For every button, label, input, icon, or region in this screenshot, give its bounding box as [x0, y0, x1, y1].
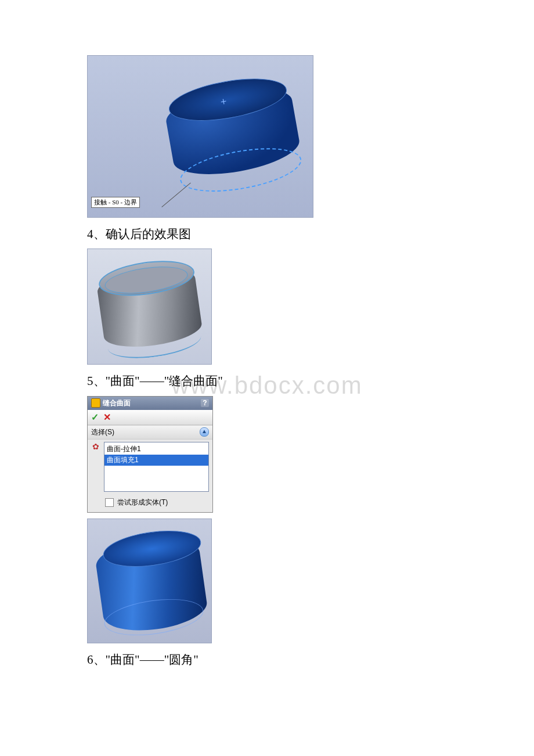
- selection-section-body: ✿ 曲面-拉伸1 曲面填充1 尝试形成实体(T): [88, 440, 212, 512]
- panel-title: 缝合曲面: [103, 398, 131, 408]
- try-solid-label: 尝试形成实体(T): [117, 498, 168, 507]
- fig1-tooltip-label: 接触 - S0 - 边界: [91, 197, 140, 208]
- step-6-text: 6、"曲面"——"圆角": [87, 651, 447, 668]
- collapse-button[interactable]: ▲: [200, 427, 209, 437]
- try-solid-checkbox[interactable]: [105, 498, 114, 507]
- step-4-text: 4、确认后的效果图: [87, 226, 447, 243]
- figure-cylinder-gray: [87, 249, 212, 365]
- knit-surface-panel: 缝合曲面 ? ✓ ✕ 选择(S) ▲ ✿ 曲面-拉伸1 曲面填充1 尝试形成实体…: [87, 396, 213, 513]
- selection-row: ✿ 曲面-拉伸1 曲面填充1: [91, 442, 209, 492]
- help-button[interactable]: ?: [201, 399, 209, 407]
- panel-confirm-row: ✓ ✕: [88, 410, 212, 425]
- figure-knit-result: [87, 519, 212, 643]
- selection-label: 选择(S): [91, 427, 114, 437]
- document-page: + 接触 - S0 - 边界 4、确认后的效果图 5、"曲面"——"缝合曲面" …: [0, 0, 534, 697]
- selection-listbox[interactable]: 曲面-拉伸1 曲面填充1: [104, 442, 209, 492]
- surface-select-icon[interactable]: ✿: [91, 442, 100, 451]
- try-solid-row: 尝试形成实体(T): [91, 498, 209, 507]
- ok-button[interactable]: ✓: [91, 412, 99, 423]
- list-item[interactable]: 曲面填充1: [104, 455, 208, 466]
- step-5-text: 5、"曲面"——"缝合曲面": [87, 373, 447, 390]
- selection-section-header[interactable]: 选择(S) ▲: [88, 425, 212, 440]
- panel-titlebar: 缝合曲面 ?: [88, 397, 212, 410]
- fig1-cylinder: +: [160, 66, 305, 196]
- list-item[interactable]: 曲面-拉伸1: [104, 444, 208, 455]
- knit-icon: [91, 398, 100, 408]
- fig2-cylinder: [94, 253, 205, 365]
- figure-cylinder-blue: + 接触 - S0 - 边界: [87, 55, 313, 218]
- cancel-button[interactable]: ✕: [103, 412, 111, 423]
